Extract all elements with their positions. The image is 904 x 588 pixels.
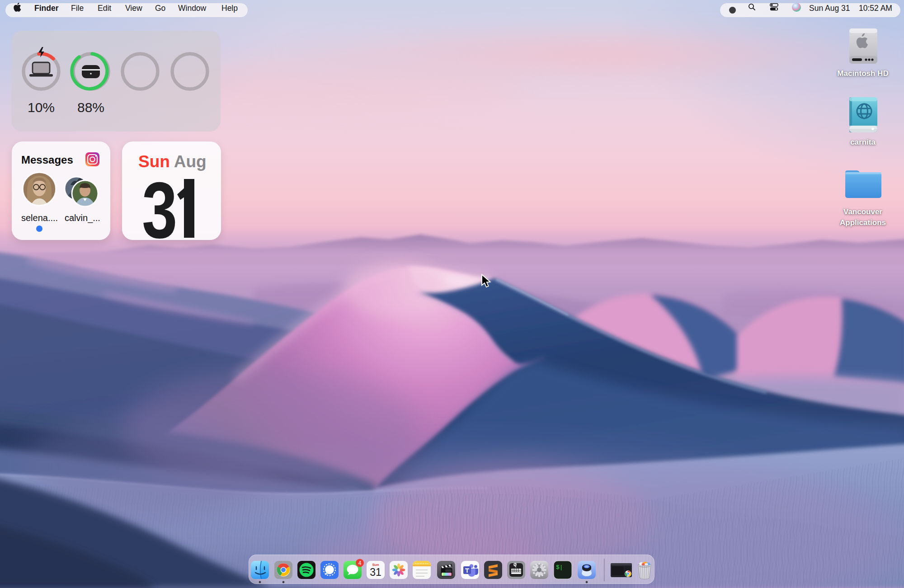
svg-text:10%: 10% bbox=[28, 100, 55, 115]
svg-text:31: 31 bbox=[370, 566, 381, 578]
svg-text:selena....: selena.... bbox=[21, 213, 58, 223]
svg-text:Messages: Messages bbox=[21, 154, 73, 166]
svg-text:calvin_...: calvin_... bbox=[65, 213, 100, 223]
svg-text:$|: $| bbox=[556, 564, 563, 571]
svg-text:88%: 88% bbox=[77, 100, 104, 115]
svg-text:3: 3 bbox=[142, 166, 177, 240]
svg-text:4: 4 bbox=[358, 560, 362, 566]
